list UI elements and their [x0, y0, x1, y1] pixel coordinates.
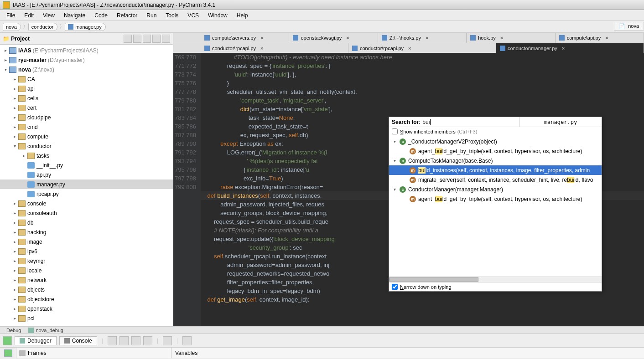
tree-node[interactable]: ▸db	[0, 218, 173, 227]
sidebar-btn-3[interactable]	[143, 35, 151, 43]
editor-tab[interactable]: conductor\rpcapi.py×	[348, 43, 496, 53]
evaluate-button[interactable]	[163, 336, 172, 345]
editor-tab[interactable]: conductor\manager.py×	[496, 43, 644, 53]
close-icon[interactable]: ×	[562, 46, 565, 51]
debug-more-button[interactable]	[182, 336, 192, 345]
tree-node[interactable]: ▸CA	[0, 74, 173, 84]
tree-node[interactable]: ▸cells	[0, 93, 173, 103]
sidebar-btn-2[interactable]	[133, 35, 141, 43]
close-icon[interactable]: ×	[500, 35, 503, 41]
crumb-2[interactable]: manager.py	[65, 23, 105, 31]
editor-tab[interactable]: openstack\wsgi.py×	[289, 33, 378, 43]
popup-search-field[interactable]: Search for: bui	[389, 117, 519, 127]
tree-node[interactable]: ▾conductor	[0, 141, 173, 151]
bottom-tool-tabs[interactable]: Debugnova_debug	[0, 326, 644, 333]
editor-tab[interactable]: compute\servers.py×	[201, 33, 289, 43]
close-icon[interactable]: ×	[426, 35, 428, 41]
narrow-checkbox[interactable]	[392, 284, 398, 290]
popup-node[interactable]: magent_build_get_by_triple(self, context…	[389, 194, 602, 204]
tree-node[interactable]: ▸consoleauth	[0, 208, 173, 218]
editor-tabs-row1[interactable]: compute\servers.py×openstack\wsgi.py×Z:\…	[173, 33, 644, 43]
close-icon[interactable]: ×	[260, 35, 263, 41]
tree-node[interactable]: ▸objectstore	[0, 294, 173, 304]
menu-navigate[interactable]: Navigate	[60, 11, 89, 20]
tree-node[interactable]: ▸openstack	[0, 304, 173, 313]
close-icon[interactable]: ×	[605, 35, 608, 41]
step-over-button[interactable]	[108, 336, 117, 345]
tree-node[interactable]: ▸objects	[0, 285, 173, 294]
tree-node[interactable]: ▸hacking	[0, 227, 173, 237]
tree-node[interactable]: manager.py	[0, 180, 173, 189]
tree-node[interactable]: ▸locale	[0, 266, 173, 275]
tree-node[interactable]: ▸console	[0, 199, 173, 208]
popup-narrow-checkbox[interactable]: Narrow down on typing	[389, 282, 602, 291]
menu-window[interactable]: Window	[204, 11, 231, 20]
tree-node[interactable]: ▸cert	[0, 103, 173, 113]
menu-run[interactable]: Run	[143, 11, 160, 20]
popup-inherited-checkbox[interactable]: Show inherited members (Ctrl+F3)	[389, 127, 602, 136]
tree-node[interactable]: __init__.py	[0, 160, 173, 170]
crumb-1[interactable]: conductor	[28, 23, 57, 31]
editor-tab[interactable]: compute\api.py×	[556, 33, 644, 43]
tree-node[interactable]: ▸network	[0, 275, 173, 285]
step-out-button[interactable]	[131, 336, 140, 345]
menu-code[interactable]: Code	[91, 11, 111, 20]
bottom-tab-debug[interactable]: Debug	[3, 328, 25, 333]
popup-h-scrollbar[interactable]	[389, 277, 602, 282]
popup-node[interactable]: mmigrate_server(self, context, instance,…	[389, 175, 602, 185]
close-icon[interactable]: ×	[260, 46, 263, 51]
inherited-checkbox[interactable]	[392, 128, 398, 134]
menubar[interactable]: FileEditViewNavigateCodeRefactorRunTools…	[0, 10, 644, 21]
sidebar-btn-1[interactable]	[124, 35, 132, 43]
tree-node[interactable]: ▸cloudpipe	[0, 113, 173, 122]
tree-node[interactable]: ▸tasks	[0, 151, 173, 160]
tree-node[interactable]: ▾nova (Z:\nova)	[0, 65, 173, 74]
editor-tabs-row2[interactable]: conductor\rpcapi.py×conductor\rpcapi.py×…	[173, 43, 644, 53]
console-tab[interactable]: Console	[59, 336, 97, 345]
project-tree[interactable]: ▸IAAS (E:\PycharmProjects\IAAS)▸ryu-mast…	[0, 45, 173, 326]
debugger-tab[interactable]: Debugger	[15, 336, 57, 345]
tree-node[interactable]: ▸cmd	[0, 122, 173, 132]
popup-node[interactable]: ▾cComputeTaskManager(base.Base)	[389, 156, 602, 165]
tree-node[interactable]: ▸keymgr	[0, 256, 173, 266]
sidebar-btn-5[interactable]	[162, 35, 170, 43]
close-icon[interactable]: ×	[408, 46, 411, 51]
right-nav-tab[interactable]: 📄 nova	[614, 22, 644, 31]
popup-node[interactable]: magent_build_get_by_triple(self, context…	[389, 146, 602, 156]
menu-file[interactable]: File	[3, 11, 19, 20]
tree-node[interactable]: rpcapi.py	[0, 189, 173, 199]
menu-help[interactable]: Help	[233, 11, 252, 20]
menu-edit[interactable]: Edit	[21, 11, 37, 20]
frames-pane[interactable]: Frames	[16, 348, 171, 358]
crumb-0[interactable]: nova	[3, 23, 21, 31]
tree-node[interactable]: ▸ryu-master (D:\ryu-master)	[0, 55, 173, 65]
tree-node[interactable]: ▸pci	[0, 313, 173, 323]
tree-node[interactable]: ▸ipv6	[0, 246, 173, 256]
bottom-tab-nova_debug[interactable]: nova_debug	[25, 328, 67, 333]
popup-results-tree[interactable]: ▾c_ConductorManagerV2Proxy(object)magent…	[389, 136, 602, 277]
debug-rerun-button[interactable]	[3, 336, 12, 345]
popup-node[interactable]: ▾c_ConductorManagerV2Proxy(object)	[389, 137, 602, 146]
tree-node[interactable]: ▸IAAS (E:\PycharmProjects\IAAS)	[0, 46, 173, 55]
run-to-cursor-button[interactable]	[143, 336, 152, 345]
popup-node[interactable]: mbuild_instances(self, context, instance…	[389, 165, 602, 175]
menu-view[interactable]: View	[39, 11, 58, 20]
project-panel-title[interactable]: 📁 Project	[3, 36, 30, 42]
step-into-button[interactable]	[119, 336, 129, 345]
variables-pane[interactable]: Variables	[171, 348, 644, 358]
sidebar-btn-4[interactable]	[152, 35, 161, 43]
menu-vcs[interactable]: VCS	[184, 11, 203, 20]
editor-tab[interactable]: Z:\···\hooks.py×	[378, 33, 467, 43]
editor-tab[interactable]: hook.py×	[467, 33, 555, 43]
menu-tools[interactable]: Tools	[162, 11, 182, 20]
debug-side-buttons[interactable]	[0, 348, 16, 358]
close-icon[interactable]: ×	[346, 35, 349, 41]
debug-resume-button[interactable]	[4, 349, 12, 357]
tree-node[interactable]: ▸image	[0, 237, 173, 246]
menu-refactor[interactable]: Refactor	[113, 11, 141, 20]
editor-tab[interactable]: conductor\rpcapi.py×	[201, 43, 348, 53]
tree-node[interactable]: api.py	[0, 170, 173, 180]
popup-node[interactable]: ▾cConductorManager(manager.Manager)	[389, 185, 602, 194]
tree-node[interactable]: ▸api	[0, 84, 173, 93]
tree-node[interactable]: ▸compute	[0, 132, 173, 141]
